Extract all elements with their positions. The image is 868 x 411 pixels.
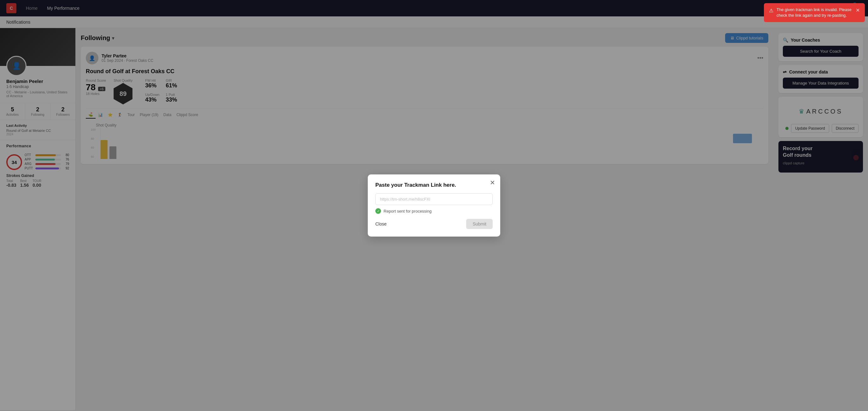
modal-footer: Close Submit [375,219,493,229]
modal-success-message: ✓ Report sent for processing [375,208,493,214]
error-toast: ⚠ The given trackman link is invalid. Pl… [764,3,865,22]
modal-title: Paste your Trackman Link here. [375,182,493,188]
modal-close-button[interactable]: Close [375,221,387,226]
trackman-link-input[interactable] [375,193,493,205]
toast-message: The given trackman link is invalid. Plea… [777,7,852,18]
success-check-icon: ✓ [375,208,381,214]
trackman-modal: Paste your Trackman Link here. ✕ ✓ Repor… [368,175,500,236]
modal-success-text: Report sent for processing [383,209,432,214]
warning-icon: ⚠ [769,7,773,14]
modal-close-icon-button[interactable]: ✕ [490,179,495,186]
modal-overlay: Paste your Trackman Link here. ✕ ✓ Repor… [0,0,868,411]
modal-submit-button: Submit [466,219,493,229]
toast-close-button[interactable]: ✕ [856,7,860,14]
